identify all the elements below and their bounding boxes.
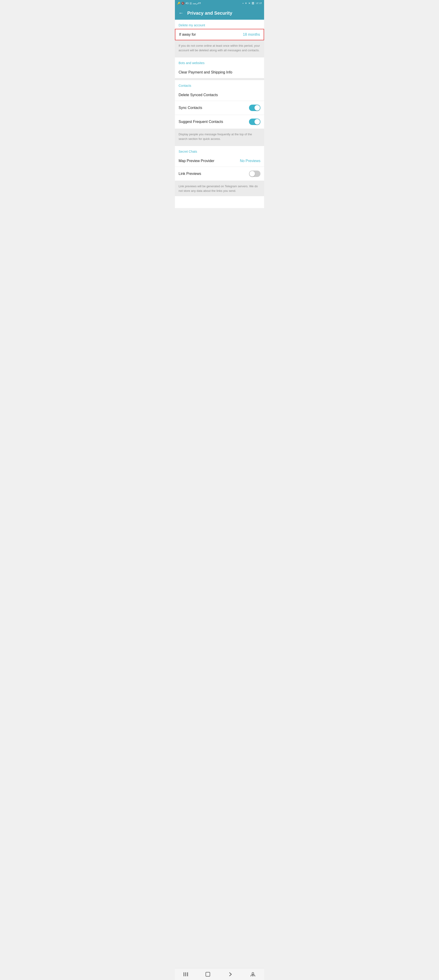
separator-1 (175, 56, 264, 57)
bots-websites-header: Bots and websites (175, 57, 264, 67)
bottom-spacer (175, 196, 264, 208)
map-preview-item[interactable]: Map Preview Provider No Previews (175, 155, 264, 167)
suggest-frequent-item[interactable]: Suggest Frequent Contacts (175, 115, 264, 129)
secret-chats-header: Secret Chats (175, 146, 264, 155)
sync-contacts-toggle[interactable] (249, 105, 260, 111)
delete-account-section: Delete my account If away for 18 months … (175, 20, 264, 56)
status-signal: ||| (190, 2, 192, 5)
separator-2 (175, 78, 264, 80)
contacts-description: Display people you message frequently at… (175, 129, 264, 144)
map-preview-value: No Previews (240, 159, 260, 163)
delete-synced-label: Delete Synced Contacts (179, 93, 218, 97)
toggle-knob-3 (249, 171, 255, 177)
page-title: Privacy and Security (187, 11, 232, 16)
link-previews-label: Link Previews (179, 172, 201, 176)
status-bar-left: ۴۴درصد ||| 4G 🔇 🔑 (177, 2, 201, 5)
if-away-item[interactable]: If away for 18 months (175, 29, 264, 40)
status-battery: ۴۴درصد (193, 2, 201, 5)
secret-chats-description: Link previews will be generated on Teleg… (175, 181, 264, 196)
back-button[interactable]: ← (179, 10, 184, 16)
status-key: 🔑 (177, 2, 181, 5)
sync-contacts-item[interactable]: Sync Contacts (175, 101, 264, 115)
link-previews-toggle[interactable] (249, 170, 260, 177)
status-image: 🖼 (252, 2, 254, 5)
delete-synced-item[interactable]: Delete Synced Contacts (175, 89, 264, 101)
toggle-knob (255, 105, 260, 111)
phone-container: ۴۴درصد ||| 4G 🔇 🔑 • ✕ ✕ 🖼 ۱۲:۱۴ ← Privac… (175, 0, 264, 208)
app-header: ← Privacy and Security (175, 6, 264, 20)
separator-3 (175, 144, 264, 146)
bots-websites-section: Bots and websites Clear Payment and Ship… (175, 57, 264, 78)
status-4g: 4G (185, 2, 189, 5)
delete-account-header: Delete my account (175, 20, 264, 29)
link-previews-item[interactable]: Link Previews (175, 167, 264, 181)
secret-chats-section: Secret Chats Map Preview Provider No Pre… (175, 146, 264, 196)
suggest-frequent-toggle[interactable] (249, 119, 260, 125)
map-preview-label: Map Preview Provider (179, 159, 214, 163)
status-bar-right: • ✕ ✕ 🖼 ۱۲:۱۴ (242, 2, 262, 5)
status-x2: ✕ (248, 2, 250, 5)
clear-payment-item[interactable]: Clear Payment and Shipping Info (175, 67, 264, 78)
if-away-label: If away for (179, 32, 196, 37)
delete-account-description: If you do not come online at least once … (175, 40, 264, 56)
suggest-frequent-label: Suggest Frequent Contacts (179, 120, 223, 124)
content-area: Delete my account If away for 18 months … (175, 20, 264, 208)
status-x1: ✕ (245, 2, 247, 5)
toggle-knob-2 (255, 119, 260, 124)
contacts-section: Contacts Delete Synced Contacts Sync Con… (175, 80, 264, 144)
status-time: ۱۲:۱۴ (256, 2, 262, 5)
contacts-header: Contacts (175, 80, 264, 89)
if-away-value: 18 months (243, 32, 260, 37)
status-mute: 🔇 (181, 2, 184, 5)
status-bar: ۴۴درصد ||| 4G 🔇 🔑 • ✕ ✕ 🖼 ۱۲:۱۴ (175, 0, 264, 6)
status-dot: • (242, 2, 244, 5)
sync-contacts-label: Sync Contacts (179, 106, 202, 110)
clear-payment-label: Clear Payment and Shipping Info (179, 70, 232, 75)
